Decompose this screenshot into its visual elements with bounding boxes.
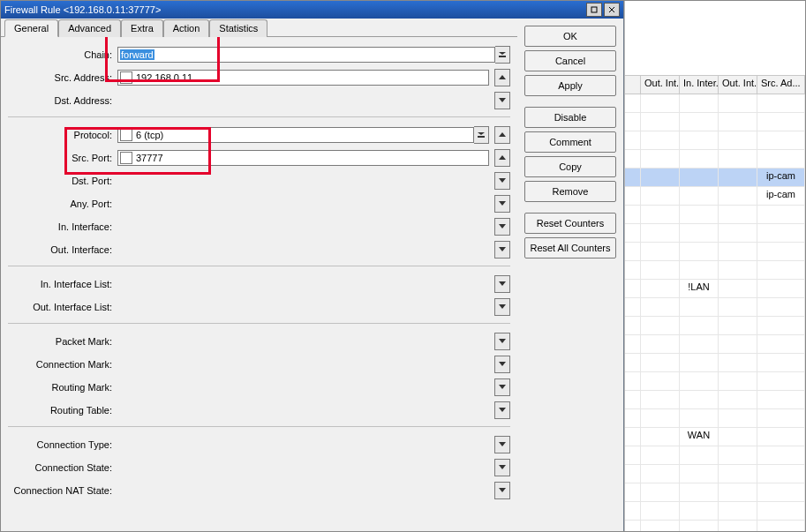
- dst-port-expand-icon[interactable]: [494, 172, 510, 190]
- table-row[interactable]: [625, 224, 805, 243]
- table-row[interactable]: [625, 150, 805, 169]
- table-row[interactable]: [625, 206, 805, 224]
- src-address-not-checkbox[interactable]: [120, 71, 132, 84]
- reset-all-counters-button[interactable]: Reset All Counters: [524, 237, 616, 259]
- grid-header-col[interactable]: Out. Int...: [641, 76, 680, 94]
- connection-nat-state-expand-icon[interactable]: [494, 482, 510, 499]
- table-cell: [625, 298, 641, 316]
- table-row[interactable]: [625, 354, 805, 372]
- table-cell: [680, 150, 719, 168]
- cancel-button[interactable]: Cancel: [524, 50, 616, 71]
- protocol-dropdown-icon[interactable]: [474, 126, 489, 144]
- connection-state-expand-icon[interactable]: [494, 459, 510, 476]
- tab-general[interactable]: General: [4, 19, 58, 37]
- table-row[interactable]: [625, 113, 805, 131]
- table-row[interactable]: [625, 261, 805, 280]
- table-row[interactable]: [625, 298, 805, 317]
- table-row[interactable]: [625, 446, 805, 465]
- dst-address-expand-icon[interactable]: [494, 92, 510, 109]
- src-address-collapse-icon[interactable]: [494, 69, 510, 86]
- table-cell: [719, 428, 757, 446]
- tab-statistics[interactable]: Statistics: [209, 19, 267, 37]
- table-cell: [680, 354, 719, 371]
- routing-table-expand-icon[interactable]: [494, 401, 510, 419]
- window-close-button[interactable]: [604, 3, 620, 17]
- tab-action[interactable]: Action: [163, 19, 210, 37]
- table-cell: [641, 446, 680, 464]
- comment-button[interactable]: Comment: [524, 131, 616, 153]
- any-port-expand-icon[interactable]: [494, 195, 510, 213]
- out-interface-expand-icon[interactable]: [494, 241, 510, 259]
- table-cell: [625, 131, 641, 149]
- src-address-input[interactable]: 192.168.0.11: [117, 70, 489, 86]
- grid-body[interactable]: ip-camip-cam!LANWAN: [625, 94, 805, 531]
- table-cell: [625, 206, 641, 223]
- table-cell: [625, 465, 641, 483]
- connection-mark-expand-icon[interactable]: [494, 356, 510, 373]
- window-titlebar[interactable]: Firewall Rule <192.168.0.11:37777>: [1, 1, 623, 19]
- in-interface-expand-icon[interactable]: [494, 218, 510, 236]
- svg-marker-22: [499, 465, 506, 469]
- tab-advanced[interactable]: Advanced: [58, 19, 121, 37]
- table-row[interactable]: [625, 317, 805, 335]
- table-row[interactable]: [625, 391, 805, 409]
- table-cell: [719, 372, 757, 390]
- table-cell: [641, 131, 680, 149]
- remove-button[interactable]: Remove: [524, 181, 616, 202]
- table-cell: [757, 465, 805, 483]
- table-row[interactable]: ip-cam: [625, 169, 805, 187]
- table-row[interactable]: [625, 409, 805, 428]
- copy-button[interactable]: Copy: [524, 156, 616, 177]
- src-port-not-checkbox[interactable]: [120, 152, 132, 164]
- table-row[interactable]: WAN: [625, 428, 805, 446]
- table-row[interactable]: [625, 502, 805, 521]
- table-row[interactable]: !LAN: [625, 280, 805, 298]
- grid-header-col[interactable]: Out. Int...: [719, 76, 757, 94]
- table-row[interactable]: [625, 94, 805, 113]
- table-cell: [719, 131, 757, 149]
- connection-type-expand-icon[interactable]: [494, 436, 510, 453]
- protocol-not-checkbox[interactable]: [120, 129, 132, 141]
- table-cell: [719, 206, 757, 223]
- routing-mark-expand-icon[interactable]: [494, 378, 510, 396]
- packet-mark-expand-icon[interactable]: [494, 333, 510, 350]
- svg-marker-18: [499, 362, 506, 366]
- table-row[interactable]: [625, 483, 805, 502]
- window-restore-button[interactable]: [586, 3, 602, 17]
- table-row[interactable]: ip-cam: [625, 187, 805, 206]
- table-row[interactable]: [625, 131, 805, 150]
- svg-marker-12: [499, 201, 506, 206]
- apply-button[interactable]: Apply: [524, 75, 616, 96]
- ok-button[interactable]: OK: [524, 26, 616, 47]
- grid-top-blank: [625, 1, 805, 75]
- table-cell: ip-cam: [757, 169, 805, 186]
- disable-button[interactable]: Disable: [524, 107, 616, 128]
- table-cell: [719, 243, 757, 260]
- table-cell: [641, 409, 680, 427]
- table-row[interactable]: [625, 243, 805, 261]
- table-row[interactable]: [625, 465, 805, 483]
- grid-header-col[interactable]: Src. Ad...: [757, 76, 805, 94]
- src-port-collapse-icon[interactable]: [494, 149, 510, 167]
- background-grid: Out. Int... In. Inter... Out. Int... Src…: [624, 1, 805, 531]
- in-interface-list-expand-icon[interactable]: [494, 275, 510, 293]
- table-cell: [641, 169, 680, 186]
- label-routing-mark: Routing Mark:: [8, 382, 117, 393]
- tab-extra[interactable]: Extra: [121, 19, 163, 37]
- chain-input[interactable]: forward: [117, 47, 495, 63]
- table-row[interactable]: [625, 372, 805, 391]
- table-row[interactable]: [625, 521, 805, 531]
- label-out-interface: Out. Interface:: [8, 244, 117, 255]
- label-src-address: Src. Address:: [8, 72, 117, 83]
- protocol-collapse-icon[interactable]: [494, 126, 510, 144]
- out-interface-list-expand-icon[interactable]: [494, 298, 510, 316]
- chain-dropdown-icon[interactable]: [495, 46, 510, 64]
- grid-header[interactable]: Out. Int... In. Inter... Out. Int... Src…: [625, 75, 805, 94]
- src-port-input[interactable]: 37777: [117, 150, 489, 166]
- table-row[interactable]: [625, 335, 805, 354]
- label-src-port: Src. Port:: [8, 153, 117, 163]
- reset-counters-button[interactable]: Reset Counters: [524, 213, 616, 234]
- table-cell: [680, 521, 719, 531]
- protocol-input[interactable]: 6 (tcp): [117, 127, 474, 143]
- grid-header-col[interactable]: In. Inter...: [680, 76, 719, 94]
